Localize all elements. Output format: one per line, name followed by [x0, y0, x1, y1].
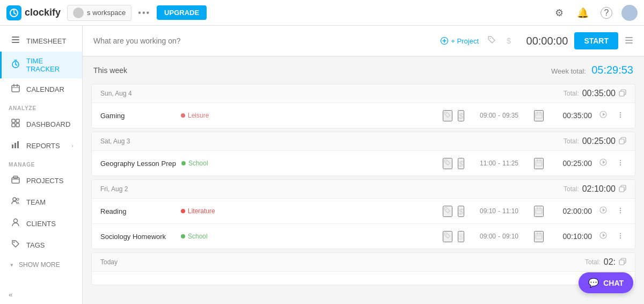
svg-rect-48: [619, 139, 624, 144]
day-date: Fri, Aug 2: [100, 185, 128, 193]
tag-button[interactable]: [485, 33, 498, 48]
entry-play-button[interactable]: [597, 204, 609, 218]
clients-icon: [10, 218, 21, 229]
svg-point-71: [445, 234, 447, 235]
empty-day-row: [92, 272, 635, 285]
entry-play-button[interactable]: [597, 108, 609, 122]
svg-rect-6: [12, 42, 19, 43]
workspace-button[interactable]: s workspace: [67, 5, 131, 21]
start-timer-button[interactable]: START: [574, 32, 618, 49]
svg-rect-11: [12, 85, 19, 92]
upgrade-button[interactable]: UPGRADE: [157, 5, 207, 20]
day-total-label: Total:: [564, 90, 579, 97]
chat-button[interactable]: 💬 CHAT: [579, 272, 633, 293]
day-group: Today Total: 02:: [91, 252, 635, 285]
entry-tag-button[interactable]: [443, 110, 452, 121]
sidebar-item-dashboard[interactable]: DASHBOARD: [0, 113, 82, 135]
tags-icon: [10, 240, 21, 250]
copy-icon[interactable]: [619, 185, 626, 194]
svg-point-56: [620, 160, 621, 161]
bell-icon: 🔔: [577, 7, 589, 19]
day-total-time: 00:25:00: [582, 136, 616, 146]
day-total-wrapper: Total: 02:10:00: [564, 184, 626, 194]
notifications-button[interactable]: 🔔: [574, 4, 591, 21]
show-more-button[interactable]: ▾ SHOW MORE: [0, 256, 82, 274]
svg-rect-15: [12, 119, 15, 122]
entry-project[interactable]: School: [181, 233, 208, 240]
day-total-wrapper: Total: 00:25:00: [564, 136, 626, 146]
time-tracker-icon: [10, 60, 21, 70]
billable-button[interactable]: $: [504, 34, 513, 48]
help-button[interactable]: ?: [598, 4, 615, 21]
copy-icon[interactable]: [619, 258, 626, 267]
entry-calendar-button[interactable]: [534, 206, 544, 217]
help-icon: ?: [601, 7, 612, 19]
entry-more-button[interactable]: [614, 205, 626, 218]
entry-project[interactable]: Leisure: [181, 112, 209, 119]
entry-calendar-button[interactable]: [534, 231, 544, 242]
entry-time-range: 09:00 - 09:35: [470, 112, 529, 119]
entry-tag-button[interactable]: [443, 158, 452, 169]
entry-calendar-button[interactable]: [534, 158, 544, 169]
svg-rect-38: [536, 113, 542, 118]
entry-more-button[interactable]: [614, 230, 626, 243]
billable-dollar-icon: $: [459, 232, 463, 241]
add-project-button[interactable]: + Project: [441, 37, 479, 45]
settings-button[interactable]: ⚙: [551, 4, 568, 21]
time-entry-bar: + Project $ 00:00:00 START: [83, 26, 644, 56]
copy-icon[interactable]: [619, 89, 626, 98]
entry-end-time: 09:10: [502, 233, 518, 240]
project-color-dot: [181, 209, 185, 213]
sidebar-item-timesheet[interactable]: TIMESHEET: [0, 30, 82, 52]
day-total-time: 02:10:00: [582, 184, 616, 194]
sidebar-item-projects[interactable]: PROJECTS: [0, 170, 82, 191]
show-more-label: SHOW MORE: [19, 261, 60, 269]
entry-billable-button[interactable]: $: [458, 231, 464, 242]
entry-project[interactable]: School: [181, 160, 208, 167]
svg-point-57: [620, 162, 621, 163]
week-total-label: Week total:: [551, 67, 586, 75]
workspace-avatar: [73, 8, 84, 18]
entry-calendar-button[interactable]: [534, 110, 544, 121]
sidebar-item-calendar[interactable]: CALENDAR: [0, 78, 82, 100]
entry-tag-button[interactable]: [443, 206, 452, 217]
list-view-icon: [625, 36, 633, 45]
sidebar-item-team[interactable]: TEAM: [0, 191, 82, 213]
entry-more-button[interactable]: [614, 109, 626, 122]
svg-point-68: [620, 207, 621, 208]
calendar-icon: [10, 84, 21, 95]
reports-chevron-icon: ›: [71, 142, 74, 149]
sidebar-item-tags[interactable]: TAGS: [0, 234, 82, 256]
collapse-sidebar-button[interactable]: «: [0, 285, 82, 304]
tag-icon: [487, 35, 496, 44]
svg-point-80: [620, 237, 621, 238]
entry-duration: 00:35:00: [549, 111, 592, 120]
copy-icon[interactable]: [619, 137, 626, 146]
entry-billable-button[interactable]: $: [458, 206, 464, 217]
day-date: Today: [100, 258, 118, 266]
more-options-button[interactable]: •••: [138, 8, 150, 18]
sidebar-item-team-label: TEAM: [26, 198, 46, 206]
svg-point-45: [620, 114, 621, 115]
timer-mode-toggle[interactable]: [625, 36, 633, 46]
description-input[interactable]: [93, 37, 434, 45]
entry-project[interactable]: Literature: [181, 207, 215, 215]
entry-description: Reading: [100, 207, 175, 215]
entry-billable-button[interactable]: $: [458, 110, 464, 121]
entry-play-button[interactable]: [597, 156, 609, 170]
sidebar-item-time-tracker[interactable]: TIME TRACKER: [0, 52, 82, 78]
sidebar-item-reports[interactable]: REPORTS ›: [0, 135, 82, 156]
sidebar-item-clients[interactable]: CLIENTS: [0, 213, 82, 234]
entry-billable-button[interactable]: $: [458, 158, 464, 169]
week-header: This week Week total: 05:29:53: [83, 56, 644, 81]
chat-label: CHAT: [603, 279, 624, 287]
timer-display: 00:00:00: [519, 35, 568, 47]
entry-more-button[interactable]: [614, 157, 626, 170]
svg-rect-33: [625, 40, 633, 41]
day-total-time: 00:35:00: [582, 89, 616, 98]
entry-tag-button[interactable]: [443, 231, 452, 242]
entry-play-button[interactable]: [597, 229, 609, 243]
entry-start-time: 09:10: [480, 207, 496, 215]
table-row: Geography Lesson Prep School $ 11:00 - 1…: [92, 151, 635, 176]
svg-point-79: [620, 235, 621, 236]
